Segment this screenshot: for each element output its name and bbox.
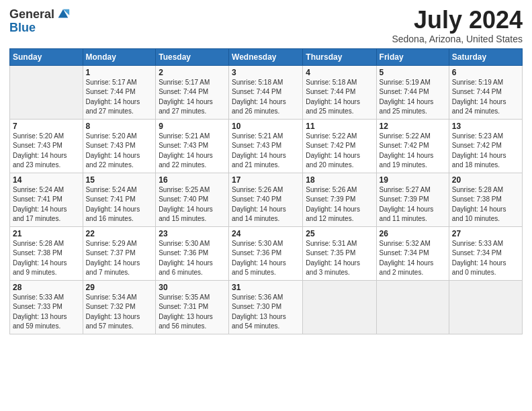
location-title: Sedona, Arizona, United States bbox=[392, 34, 523, 44]
day-number: 27 bbox=[452, 229, 519, 238]
day-info: Sunrise: 5:34 AM Sunset: 7:32 PM Dayligh… bbox=[86, 293, 153, 332]
day-info: Sunrise: 5:33 AM Sunset: 7:34 PM Dayligh… bbox=[452, 239, 519, 278]
day-number: 10 bbox=[232, 122, 300, 131]
day-info: Sunrise: 5:24 AM Sunset: 7:41 PM Dayligh… bbox=[13, 185, 80, 224]
logo: General Blue bbox=[9, 7, 71, 34]
day-info: Sunrise: 5:33 AM Sunset: 7:33 PM Dayligh… bbox=[13, 293, 80, 332]
calendar-cell: 10Sunrise: 5:21 AM Sunset: 7:43 PM Dayli… bbox=[229, 119, 303, 173]
day-info: Sunrise: 5:27 AM Sunset: 7:39 PM Dayligh… bbox=[380, 185, 446, 224]
day-info: Sunrise: 5:30 AM Sunset: 7:36 PM Dayligh… bbox=[232, 239, 300, 278]
logo-general-text: General bbox=[9, 8, 54, 20]
day-number: 20 bbox=[452, 175, 519, 185]
day-info: Sunrise: 5:17 AM Sunset: 7:44 PM Dayligh… bbox=[159, 78, 226, 117]
day-number: 25 bbox=[306, 229, 373, 238]
week-row-3: 14Sunrise: 5:24 AM Sunset: 7:41 PM Dayli… bbox=[10, 173, 523, 226]
calendar-cell bbox=[10, 65, 83, 119]
calendar-cell: 5Sunrise: 5:19 AM Sunset: 7:44 PM Daylig… bbox=[376, 65, 449, 119]
day-number: 16 bbox=[159, 175, 226, 185]
weekday-header-thursday: Thursday bbox=[303, 48, 376, 65]
day-info: Sunrise: 5:26 AM Sunset: 7:39 PM Dayligh… bbox=[306, 185, 373, 224]
week-row-4: 21Sunrise: 5:28 AM Sunset: 7:38 PM Dayli… bbox=[10, 226, 523, 280]
day-number: 14 bbox=[13, 175, 80, 185]
day-info: Sunrise: 5:29 AM Sunset: 7:37 PM Dayligh… bbox=[86, 239, 153, 278]
day-info: Sunrise: 5:17 AM Sunset: 7:44 PM Dayligh… bbox=[86, 78, 153, 117]
calendar-cell: 13Sunrise: 5:23 AM Sunset: 7:42 PM Dayli… bbox=[449, 119, 522, 173]
week-row-2: 7Sunrise: 5:20 AM Sunset: 7:43 PM Daylig… bbox=[10, 119, 523, 173]
weekday-header-monday: Monday bbox=[83, 48, 156, 65]
day-info: Sunrise: 5:20 AM Sunset: 7:43 PM Dayligh… bbox=[13, 132, 80, 171]
weekday-header-row: SundayMondayTuesdayWednesdayThursdayFrid… bbox=[10, 48, 523, 65]
day-number: 5 bbox=[380, 68, 446, 77]
calendar-cell: 27Sunrise: 5:33 AM Sunset: 7:34 PM Dayli… bbox=[449, 226, 522, 280]
day-number: 31 bbox=[232, 283, 300, 292]
calendar-cell: 7Sunrise: 5:20 AM Sunset: 7:43 PM Daylig… bbox=[10, 119, 83, 173]
day-info: Sunrise: 5:19 AM Sunset: 7:44 PM Dayligh… bbox=[380, 78, 446, 117]
calendar-cell: 31Sunrise: 5:36 AM Sunset: 7:30 PM Dayli… bbox=[229, 280, 303, 334]
calendar-cell: 6Sunrise: 5:19 AM Sunset: 7:44 PM Daylig… bbox=[449, 65, 522, 119]
calendar-cell: 9Sunrise: 5:21 AM Sunset: 7:43 PM Daylig… bbox=[156, 119, 229, 173]
calendar-cell: 21Sunrise: 5:28 AM Sunset: 7:38 PM Dayli… bbox=[10, 226, 83, 280]
month-title: July 2024 bbox=[392, 7, 523, 34]
day-number: 23 bbox=[159, 229, 226, 238]
logo-blue-text: Blue bbox=[9, 21, 36, 34]
calendar-cell: 22Sunrise: 5:29 AM Sunset: 7:37 PM Dayli… bbox=[83, 226, 156, 280]
day-number: 21 bbox=[13, 229, 80, 238]
day-number: 28 bbox=[13, 283, 80, 292]
day-number: 9 bbox=[159, 122, 226, 131]
day-number: 26 bbox=[380, 229, 446, 238]
calendar-cell: 12Sunrise: 5:22 AM Sunset: 7:42 PM Dayli… bbox=[376, 119, 449, 173]
calendar-cell: 23Sunrise: 5:30 AM Sunset: 7:36 PM Dayli… bbox=[156, 226, 229, 280]
calendar-cell: 11Sunrise: 5:22 AM Sunset: 7:42 PM Dayli… bbox=[303, 119, 376, 173]
day-info: Sunrise: 5:19 AM Sunset: 7:44 PM Dayligh… bbox=[452, 78, 519, 117]
calendar-cell: 28Sunrise: 5:33 AM Sunset: 7:33 PM Dayli… bbox=[10, 280, 83, 334]
day-number: 11 bbox=[306, 122, 373, 131]
day-info: Sunrise: 5:31 AM Sunset: 7:35 PM Dayligh… bbox=[306, 239, 373, 278]
calendar-cell bbox=[376, 280, 449, 334]
calendar-cell bbox=[449, 280, 522, 334]
title-block: July 2024 Sedona, Arizona, United States bbox=[392, 7, 523, 44]
day-info: Sunrise: 5:23 AM Sunset: 7:42 PM Dayligh… bbox=[452, 132, 519, 171]
calendar-table: SundayMondayTuesdayWednesdayThursdayFrid… bbox=[9, 48, 523, 334]
day-number: 6 bbox=[452, 68, 519, 77]
weekday-header-tuesday: Tuesday bbox=[156, 48, 229, 65]
day-info: Sunrise: 5:28 AM Sunset: 7:38 PM Dayligh… bbox=[452, 185, 519, 224]
day-number: 30 bbox=[159, 283, 226, 292]
day-info: Sunrise: 5:24 AM Sunset: 7:41 PM Dayligh… bbox=[86, 185, 153, 224]
weekday-header-sunday: Sunday bbox=[10, 48, 83, 65]
day-info: Sunrise: 5:22 AM Sunset: 7:42 PM Dayligh… bbox=[306, 132, 373, 171]
day-info: Sunrise: 5:21 AM Sunset: 7:43 PM Dayligh… bbox=[232, 132, 300, 171]
day-number: 15 bbox=[86, 175, 153, 185]
calendar-cell: 26Sunrise: 5:32 AM Sunset: 7:34 PM Dayli… bbox=[376, 226, 449, 280]
day-number: 12 bbox=[380, 122, 446, 131]
day-number: 1 bbox=[86, 68, 153, 77]
calendar-cell: 20Sunrise: 5:28 AM Sunset: 7:38 PM Dayli… bbox=[449, 173, 522, 226]
weekday-header-saturday: Saturday bbox=[449, 48, 522, 65]
day-info: Sunrise: 5:26 AM Sunset: 7:40 PM Dayligh… bbox=[232, 185, 300, 224]
calendar-cell: 16Sunrise: 5:25 AM Sunset: 7:40 PM Dayli… bbox=[156, 173, 229, 226]
day-number: 4 bbox=[306, 68, 373, 77]
calendar-cell: 4Sunrise: 5:18 AM Sunset: 7:44 PM Daylig… bbox=[303, 65, 376, 119]
calendar-cell: 18Sunrise: 5:26 AM Sunset: 7:39 PM Dayli… bbox=[303, 173, 376, 226]
calendar-cell: 30Sunrise: 5:35 AM Sunset: 7:31 PM Dayli… bbox=[156, 280, 229, 334]
calendar-cell: 1Sunrise: 5:17 AM Sunset: 7:44 PM Daylig… bbox=[83, 65, 156, 119]
day-info: Sunrise: 5:32 AM Sunset: 7:34 PM Dayligh… bbox=[380, 239, 446, 278]
day-info: Sunrise: 5:21 AM Sunset: 7:43 PM Dayligh… bbox=[159, 132, 226, 171]
day-number: 3 bbox=[232, 68, 300, 77]
day-info: Sunrise: 5:18 AM Sunset: 7:44 PM Dayligh… bbox=[306, 78, 373, 117]
day-info: Sunrise: 5:18 AM Sunset: 7:44 PM Dayligh… bbox=[232, 78, 300, 117]
calendar-cell: 29Sunrise: 5:34 AM Sunset: 7:32 PM Dayli… bbox=[83, 280, 156, 334]
header-row: General Blue July 2024 Sedona, Arizona, … bbox=[9, 7, 523, 44]
calendar-cell: 14Sunrise: 5:24 AM Sunset: 7:41 PM Dayli… bbox=[10, 173, 83, 226]
day-info: Sunrise: 5:36 AM Sunset: 7:30 PM Dayligh… bbox=[232, 293, 300, 332]
day-number: 22 bbox=[86, 229, 153, 238]
weekday-header-friday: Friday bbox=[376, 48, 449, 65]
calendar-cell: 19Sunrise: 5:27 AM Sunset: 7:39 PM Dayli… bbox=[376, 173, 449, 226]
day-number: 8 bbox=[86, 122, 153, 131]
calendar-cell: 24Sunrise: 5:30 AM Sunset: 7:36 PM Dayli… bbox=[229, 226, 303, 280]
day-number: 13 bbox=[452, 122, 519, 131]
day-info: Sunrise: 5:35 AM Sunset: 7:31 PM Dayligh… bbox=[159, 293, 226, 332]
calendar-cell bbox=[303, 280, 376, 334]
calendar-cell: 3Sunrise: 5:18 AM Sunset: 7:44 PM Daylig… bbox=[229, 65, 303, 119]
day-number: 24 bbox=[232, 229, 300, 238]
calendar-cell: 2Sunrise: 5:17 AM Sunset: 7:44 PM Daylig… bbox=[156, 65, 229, 119]
